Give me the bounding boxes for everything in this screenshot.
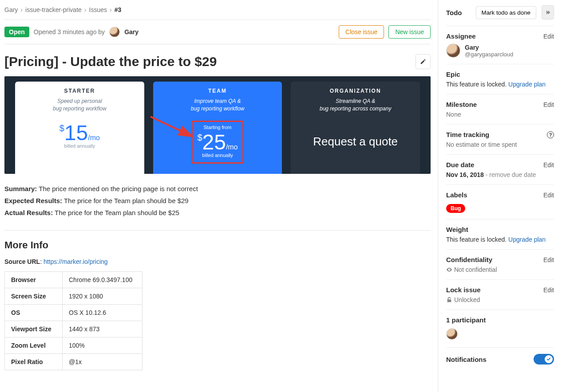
- plan-billed: billed annually: [197, 153, 237, 158]
- plan-desc: Speed up personal: [57, 98, 102, 104]
- annotation-arrow-icon: [148, 114, 202, 141]
- issue-sidebar: Todo Mark todo as done AssigneeEdit Gary…: [438, 0, 562, 392]
- table-key: Browser: [5, 272, 63, 288]
- author-name[interactable]: Gary: [124, 28, 139, 35]
- plan-desc: Streamline QA &: [336, 98, 375, 104]
- new-issue-button[interactable]: New issue: [388, 25, 431, 39]
- environment-table: BrowserChrome 69.0.3497.100Screen Size19…: [4, 271, 142, 370]
- table-row: Viewport Size1440 x 873: [5, 321, 142, 337]
- assignee-handle: @garygasparcloud: [465, 51, 513, 58]
- plan-billed: billed annually: [20, 143, 140, 149]
- table-key: Viewport Size: [5, 321, 63, 337]
- plan-name: STARTER: [20, 88, 140, 94]
- author-avatar[interactable]: [109, 27, 120, 37]
- table-value: 1440 x 873: [63, 321, 142, 337]
- plan-desc: Improve team QA &: [194, 98, 241, 104]
- weight-locked-text: This feature is locked.: [446, 236, 507, 243]
- table-row: BrowserChrome 69.0.3497.100: [5, 272, 142, 288]
- labels-edit[interactable]: Edit: [543, 192, 554, 199]
- notifications-toggle[interactable]: [534, 354, 554, 365]
- summary-text: The price mentioned on the pricing page …: [39, 185, 198, 192]
- request-quote: Request a quote: [295, 135, 416, 149]
- milestone-title: Milestone: [446, 101, 477, 108]
- edit-title-button[interactable]: [416, 54, 431, 69]
- collapse-sidebar-button[interactable]: [542, 5, 554, 20]
- assignee-edit[interactable]: Edit: [543, 33, 554, 40]
- table-key: Screen Size: [5, 288, 63, 305]
- lock-issue-title: Lock issue: [446, 286, 481, 294]
- notifications-title: Notifications: [446, 356, 487, 363]
- milestone-value: None: [446, 111, 554, 118]
- summary-label: Summary:: [4, 185, 37, 192]
- source-url-label: Source URL: [4, 258, 40, 265]
- plan-period: /mo: [88, 134, 100, 141]
- weight-upgrade-link[interactable]: Upgrade plan: [508, 236, 546, 243]
- milestone-edit[interactable]: Edit: [543, 101, 554, 108]
- confidentiality-edit[interactable]: Edit: [543, 256, 554, 263]
- breadcrumb-owner[interactable]: Gary: [4, 6, 18, 13]
- actual-label: Actual Results:: [4, 209, 53, 216]
- participant-avatar[interactable]: [446, 328, 458, 340]
- check-icon: [546, 357, 551, 361]
- labels-title: Labels: [446, 191, 467, 199]
- table-key: OS: [5, 305, 63, 321]
- lock-issue-value: Unlocked: [454, 296, 480, 303]
- breadcrumb-id: #3: [115, 6, 122, 13]
- breadcrumb-repo[interactable]: issue-tracker-private: [25, 6, 82, 13]
- due-date-value: Nov 16, 2018: [446, 171, 484, 178]
- lock-issue-edit[interactable]: Edit: [543, 286, 554, 294]
- status-badge: Open: [4, 27, 29, 37]
- participants-title: 1 participant: [446, 316, 554, 324]
- plan-desc: bug reporting workflow: [191, 106, 245, 112]
- table-value: 1920 x 1080: [63, 288, 142, 305]
- epic-title: Epic: [446, 71, 460, 78]
- table-value: OS X 10.12.6: [63, 305, 142, 321]
- todo-title: Todo: [446, 9, 462, 16]
- confidentiality-value: Not confidential: [454, 266, 497, 273]
- due-date-edit[interactable]: Edit: [543, 161, 554, 169]
- plan-desc: bug reporting across company: [320, 106, 391, 112]
- epic-upgrade-link[interactable]: Upgrade plan: [508, 81, 546, 88]
- plan-desc: bug reporting workflow: [53, 106, 107, 112]
- plan-name: TEAM: [158, 88, 278, 94]
- opened-text: Opened 3 minutes ago by: [34, 28, 105, 35]
- epic-locked-text: This feature is locked.: [446, 81, 507, 88]
- label-bug[interactable]: Bug: [446, 204, 465, 213]
- table-row: Zoom Level100%: [5, 337, 142, 354]
- more-info-heading: More Info: [4, 239, 431, 251]
- close-issue-button[interactable]: Close issue: [339, 25, 384, 39]
- table-value: @1x: [63, 354, 142, 370]
- starting-from: Starting from: [197, 125, 237, 130]
- table-key: Pixel Ratio: [5, 354, 63, 370]
- status-bar: Open Opened 3 minutes ago by Gary Close …: [4, 20, 431, 44]
- plan-price: 15: [64, 121, 88, 145]
- source-url-link[interactable]: https://marker.io/pricing: [44, 258, 108, 265]
- expected-label: Expected Results:: [4, 197, 62, 204]
- actual-text: The price for the Team plan should be $2…: [55, 209, 179, 216]
- breadcrumb: Gary› issue-tracker-private› Issues› #3: [4, 4, 431, 20]
- svg-line-0: [150, 117, 193, 137]
- issue-title: [Pricing] - Update the price to $29: [4, 54, 410, 69]
- plan-name: ORGANIZATION: [295, 88, 416, 94]
- table-key: Zoom Level: [5, 337, 63, 354]
- mark-todo-button[interactable]: Mark todo as done: [476, 6, 536, 19]
- confidentiality-title: Confidentiality: [446, 256, 492, 263]
- pricing-card-starter: STARTER Speed up personalbug reporting w…: [15, 82, 144, 174]
- plan-period: /mo: [226, 143, 238, 151]
- assignee-avatar[interactable]: [446, 43, 460, 58]
- time-tracking-title: Time tracking: [446, 131, 489, 138]
- expected-text: The price for the Team plan should be $2…: [64, 197, 189, 204]
- eye-icon: [446, 267, 452, 273]
- help-icon[interactable]: ?: [547, 131, 554, 138]
- issue-attachment-image: STARTER Speed up personalbug reporting w…: [4, 76, 431, 174]
- breadcrumb-section[interactable]: Issues: [89, 6, 107, 13]
- assignee-name[interactable]: Gary: [465, 44, 513, 51]
- remove-due-date[interactable]: - remove due date: [484, 171, 536, 178]
- table-row: Pixel Ratio@1x: [5, 354, 142, 370]
- table-row: Screen Size1920 x 1080: [5, 288, 142, 305]
- time-tracking-value: No estimate or time spent: [446, 141, 554, 148]
- assignee-title: Assignee: [446, 32, 476, 40]
- table-row: OSOS X 10.12.6: [5, 305, 142, 321]
- pricing-card-org: ORGANIZATION Streamline QA &bug reportin…: [291, 82, 420, 174]
- chevron-right-icon: [545, 10, 550, 15]
